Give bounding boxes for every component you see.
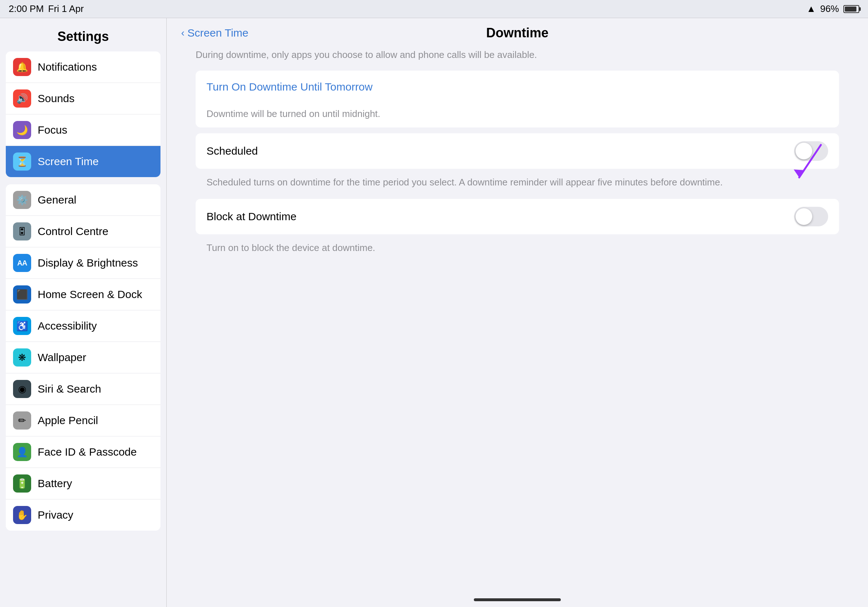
- faceid-label: Face ID & Passcode: [38, 446, 136, 458]
- sidebar-item-controlcentre[interactable]: 🎛 Control Centre: [6, 216, 161, 247]
- general-icon: ⚙️: [13, 191, 31, 209]
- sidebar-item-siri[interactable]: ◉ Siri & Search: [6, 373, 161, 405]
- privacy-icon: ✋: [13, 506, 31, 524]
- focus-label: Focus: [38, 124, 67, 136]
- block-row: Block at Downtime: [195, 199, 839, 234]
- back-label: Screen Time: [187, 27, 248, 39]
- turn-on-downtime-button[interactable]: Turn On Downtime Until Tomorrow: [195, 71, 839, 103]
- sidebar-item-general[interactable]: ⚙️ General: [6, 184, 161, 216]
- time-display: 2:00 PM: [9, 3, 44, 14]
- privacy-label: Privacy: [38, 509, 73, 521]
- sidebar-item-sounds[interactable]: 🔊 Sounds: [6, 83, 161, 115]
- back-button[interactable]: ‹ Screen Time: [181, 27, 248, 39]
- settings-group-2: ⚙️ General 🎛 Control Centre AA Display &…: [6, 184, 161, 531]
- accessibility-icon: ♿: [13, 317, 31, 335]
- siri-icon: ◉: [13, 380, 31, 398]
- screentime-icon: ⏳: [13, 152, 31, 170]
- block-toggle-knob: [795, 208, 812, 225]
- sidebar: Settings 🔔 Notifications 🔊 Sounds 🌙 Focu…: [0, 18, 167, 607]
- block-downtime-card: Block at Downtime: [195, 199, 839, 234]
- battery-icon: [843, 5, 859, 13]
- status-bar-right: ▲ 96%: [806, 3, 859, 14]
- displaybrightness-label: Display & Brightness: [38, 257, 138, 269]
- detail-panel: ‹ Screen Time Downtime During downtime, …: [167, 18, 868, 607]
- sidebar-item-faceid[interactable]: 👤 Face ID & Passcode: [6, 437, 161, 468]
- screentime-label: Screen Time: [38, 155, 99, 168]
- general-label: General: [38, 194, 76, 206]
- displaybrightness-icon: AA: [13, 254, 31, 272]
- block-description: Turn on to block the device at downtime.: [195, 237, 839, 262]
- block-label: Block at Downtime: [206, 211, 296, 223]
- status-bar: 2:00 PM Fri 1 Apr ▲ 96%: [0, 0, 868, 18]
- sidebar-item-privacy[interactable]: ✋ Privacy: [6, 499, 161, 531]
- sidebar-item-applepencil[interactable]: ✏ Apple Pencil: [6, 405, 161, 437]
- turn-on-downtime-card: Turn On Downtime Until Tomorrow Downtime…: [195, 71, 839, 127]
- homescreen-icon: ⬛: [13, 285, 31, 304]
- sounds-label: Sounds: [38, 92, 74, 105]
- turn-on-subtitle: Downtime will be turned on until midnigh…: [195, 103, 839, 127]
- downtime-description: During downtime, only apps you choose to…: [195, 48, 839, 62]
- block-toggle[interactable]: [794, 207, 828, 226]
- homescreen-label: Home Screen & Dock: [38, 288, 142, 300]
- faceid-icon: 👤: [13, 443, 31, 461]
- sidebar-item-wallpaper[interactable]: ❋ Wallpaper: [6, 342, 161, 373]
- sidebar-item-battery[interactable]: 🔋 Battery: [6, 468, 161, 499]
- accessibility-label: Accessibility: [38, 320, 97, 332]
- settings-group-1: 🔔 Notifications 🔊 Sounds 🌙 Focus ⏳ Scree…: [6, 51, 161, 177]
- page-title: Downtime: [486, 25, 549, 40]
- sidebar-item-homescreen[interactable]: ⬛ Home Screen & Dock: [6, 279, 161, 310]
- home-indicator: [474, 598, 561, 601]
- wifi-icon: ▲: [806, 3, 816, 14]
- sidebar-item-accessibility[interactable]: ♿ Accessibility: [6, 310, 161, 342]
- siri-label: Siri & Search: [38, 383, 101, 395]
- scheduled-toggle[interactable]: [794, 141, 828, 161]
- sounds-icon: 🔊: [13, 90, 31, 108]
- notifications-icon: 🔔: [13, 58, 31, 76]
- detail-header: ‹ Screen Time Downtime: [167, 18, 868, 48]
- detail-content: During downtime, only apps you choose to…: [167, 48, 868, 276]
- sidebar-title: Settings: [0, 18, 166, 51]
- scheduled-description: Scheduled turns on downtime for the time…: [195, 172, 839, 196]
- applepencil-label: Apple Pencil: [38, 414, 98, 427]
- applepencil-icon: ✏: [13, 412, 31, 429]
- scheduled-label: Scheduled: [206, 145, 258, 157]
- battery-label: Battery: [38, 477, 72, 490]
- sidebar-item-screentime[interactable]: ⏳ Screen Time: [6, 146, 161, 177]
- battery-settings-icon: 🔋: [13, 474, 31, 492]
- sidebar-item-notifications[interactable]: 🔔 Notifications: [6, 51, 161, 83]
- scheduled-card: Scheduled: [195, 133, 839, 169]
- status-bar-left: 2:00 PM Fri 1 Apr: [9, 3, 84, 14]
- back-chevron-icon: ‹: [181, 27, 184, 39]
- controlcentre-icon: 🎛: [13, 222, 31, 240]
- notifications-label: Notifications: [38, 61, 97, 73]
- wallpaper-icon: ❋: [13, 348, 31, 367]
- date-display: Fri 1 Apr: [48, 3, 84, 14]
- scheduled-toggle-knob: [795, 143, 812, 159]
- wallpaper-label: Wallpaper: [38, 351, 86, 364]
- controlcentre-label: Control Centre: [38, 225, 108, 238]
- sidebar-item-focus[interactable]: 🌙 Focus: [6, 115, 161, 146]
- scheduled-row: Scheduled: [195, 133, 839, 169]
- sidebar-item-displaybrightness[interactable]: AA Display & Brightness: [6, 247, 161, 279]
- focus-icon: 🌙: [13, 121, 31, 139]
- battery-percent: 96%: [820, 3, 839, 14]
